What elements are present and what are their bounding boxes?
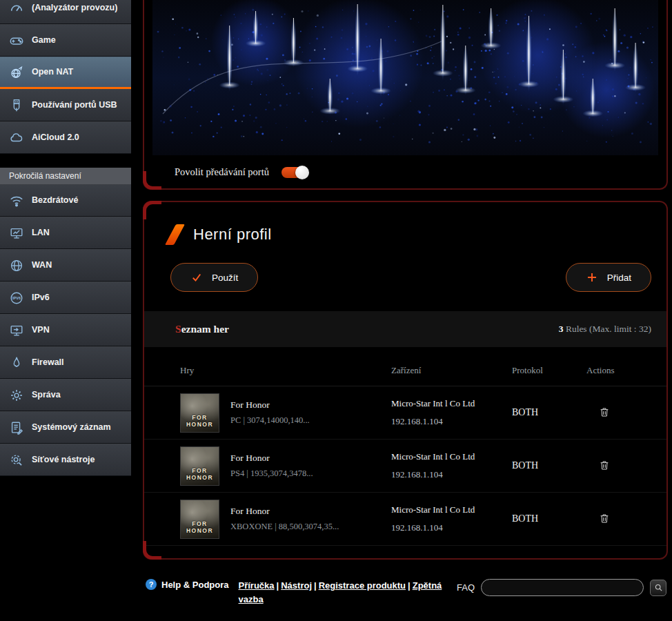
delete-rule-button[interactable] xyxy=(597,404,611,422)
faq-search-input[interactable] xyxy=(481,579,644,596)
game-text: For Honor XBOXONE | 88,500,3074,35... xyxy=(230,506,339,532)
page-title: Herní profil xyxy=(193,226,272,244)
help-question-icon: ? xyxy=(146,579,157,590)
gear-icon xyxy=(8,387,25,404)
table-row: FOR HONOR For Honor PS4 | 1935,3074,3478… xyxy=(144,440,666,493)
list-title-initial: S xyxy=(175,323,181,335)
add-button[interactable]: Přidat xyxy=(566,263,651,292)
delete-rule-button[interactable] xyxy=(597,511,611,528)
footer: ? Help & Podpora Příručka|Nástroj|Regist… xyxy=(143,571,668,607)
sidebar-section-advanced-settings: Pokročilá nastavení xyxy=(0,168,131,184)
game-cell: FOR HONOR For Honor PC | 3074,14000,140.… xyxy=(180,393,391,433)
lan-monitor-icon xyxy=(8,225,25,241)
port-forwarding-row: Povolit předávání portů xyxy=(152,155,658,188)
cover-text: HONOR xyxy=(186,527,213,534)
apply-button[interactable]: Použít xyxy=(170,263,258,292)
sidebar-item-label: Firewall xyxy=(32,357,64,368)
device-ip: 192.168.1.104 xyxy=(391,416,512,427)
sidebar-item-wireless[interactable]: Bezdrátové xyxy=(0,184,131,217)
device-ip: 192.168.1.104 xyxy=(391,469,512,480)
device-cell: Micro-Star Int l Co Ltd 192.168.1.104 xyxy=(391,504,512,533)
table-row: FOR HONOR For Honor XBOXONE | 88,500,307… xyxy=(144,493,666,546)
sidebar-item-label: VPN xyxy=(32,325,50,336)
trash-icon xyxy=(599,406,610,418)
game-platform-ports: PS4 | 1935,3074,3478... xyxy=(230,469,313,479)
cover-text: HONOR xyxy=(186,421,213,428)
svg-text:IPV6: IPV6 xyxy=(12,296,21,300)
system-log-icon xyxy=(8,420,25,436)
device-cell: Micro-Star Int l Co Ltd 192.168.1.104 xyxy=(391,451,512,480)
faq-label: FAQ xyxy=(457,582,475,593)
add-button-label: Přidat xyxy=(607,273,631,283)
search-icon xyxy=(654,583,663,592)
help-support-label: Help & Podpora xyxy=(161,580,229,590)
faq-search: FAQ xyxy=(457,579,666,596)
faq-search-button[interactable] xyxy=(650,580,666,596)
link-product-registration[interactable]: Registrace produktu xyxy=(319,580,406,591)
link-separator: | xyxy=(275,580,281,591)
table-header-row: Hry Zařízení Protokol Actions xyxy=(144,365,666,386)
actions-cell xyxy=(586,457,666,475)
sidebar-item-label: AiCloud 2.0 xyxy=(32,132,79,144)
trash-icon xyxy=(599,459,610,471)
sidebar-item-administration[interactable]: Správa xyxy=(0,379,131,411)
sidebar-item-label: LAN xyxy=(32,228,50,239)
sidebar-item-usb-ports[interactable]: Používání portů USB xyxy=(0,89,131,121)
link-manual[interactable]: Příručka xyxy=(239,580,275,591)
sidebar-item-label: Open NAT xyxy=(32,67,73,78)
help-support[interactable]: ? Help & Podpora xyxy=(146,579,229,590)
rules-count: 3 xyxy=(559,324,564,334)
sidebar-item-vpn[interactable]: VPN xyxy=(0,314,131,346)
open-nat-banner-image xyxy=(152,0,658,155)
game-text: For Honor PC | 3074,14000,140... xyxy=(230,400,310,426)
table-row: FOR HONOR For Honor PC | 3074,14000,140.… xyxy=(144,386,666,440)
list-title-rest: eznam her xyxy=(181,323,229,335)
actions-cell xyxy=(586,511,666,528)
ipv6-icon: IPV6 xyxy=(8,290,25,306)
sidebar-item-ipv6[interactable]: IPV6 IPv6 xyxy=(0,282,131,314)
game-platform-ports: XBOXONE | 88,500,3074,35... xyxy=(230,522,339,532)
port-forwarding-toggle[interactable] xyxy=(281,167,308,178)
sidebar-item-game[interactable]: Game xyxy=(0,24,131,57)
device-name: Micro-Star Int l Co Ltd xyxy=(391,504,512,515)
port-forwarding-panel: Povolit předávání portů xyxy=(143,0,668,190)
delete-rule-button[interactable] xyxy=(597,457,611,475)
open-nat-icon xyxy=(8,64,25,81)
wan-globe-icon xyxy=(8,257,25,274)
device-name: Micro-Star Int l Co Ltd xyxy=(391,398,512,409)
column-header-games: Hry xyxy=(180,365,391,376)
sidebar-item-open-nat[interactable]: Open NAT xyxy=(0,57,131,89)
link-utility[interactable]: Nástroj xyxy=(281,580,312,591)
game-list-title: Seznam her xyxy=(175,323,229,335)
protocol-value: BOTH xyxy=(512,407,586,418)
cover-text: HONOR xyxy=(186,474,213,481)
sidebar-item-lan[interactable]: LAN xyxy=(0,217,131,249)
sidebar-item-wan[interactable]: WAN xyxy=(0,249,131,282)
sidebar-item-firewall[interactable]: Firewall xyxy=(0,346,131,379)
link-separator: | xyxy=(406,580,413,591)
column-header-protocol: Protokol xyxy=(512,365,586,376)
sidebar-item-aicloud[interactable]: AiCloud 2.0 xyxy=(0,121,131,154)
game-rules-table: Hry Zařízení Protokol Actions FOR HONOR … xyxy=(144,365,666,546)
column-header-actions: Actions xyxy=(586,365,666,376)
sidebar-item-system-log[interactable]: Systémový záznam xyxy=(0,411,131,444)
sidebar-item-label: Síťové nástroje xyxy=(32,455,95,466)
sidebar-item-label: Používání portů USB xyxy=(32,100,117,111)
protocol-value: BOTH xyxy=(512,513,586,524)
sidebar-item-label: IPv6 xyxy=(32,293,50,304)
column-header-device: Zařízení xyxy=(391,365,512,376)
device-name: Micro-Star Int l Co Ltd xyxy=(391,451,512,462)
usb-icon xyxy=(8,97,25,114)
sidebar-item-traffic-analyzer[interactable]: (Analyzátor provozu) xyxy=(0,0,131,24)
game-cover-thumbnail: FOR HONOR xyxy=(180,500,219,539)
check-icon xyxy=(190,271,203,284)
rules-counter: 3 Rules (Max. limit : 32) xyxy=(559,324,651,335)
game-name: For Honor xyxy=(230,506,339,517)
panel-title-row: Herní profil xyxy=(144,224,666,245)
game-name: For Honor xyxy=(230,453,313,464)
network-tools-icon xyxy=(8,452,25,469)
cover-text: FOR xyxy=(192,467,207,474)
rules-limit-text: Rules (Max. limit : 32) xyxy=(564,324,652,334)
sidebar-item-network-tools[interactable]: Síťové nástroje xyxy=(0,444,131,476)
game-cell: FOR HONOR For Honor XBOXONE | 88,500,307… xyxy=(180,500,391,539)
